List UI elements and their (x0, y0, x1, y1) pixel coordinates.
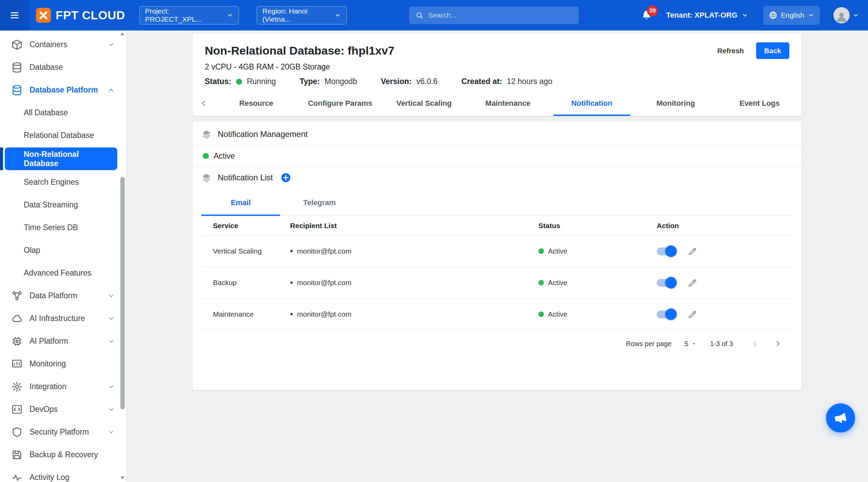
notification-table: Service Reciplent List Status Action Ver… (201, 216, 793, 357)
sidebar-item-olap[interactable]: Olap (0, 239, 119, 262)
edit-button[interactable] (686, 276, 699, 289)
rows-per-page-label: Rows per page (626, 340, 672, 348)
notification-toggle[interactable] (657, 310, 676, 318)
recipient-email: monitor@fpt.com (297, 279, 351, 287)
sidebar-scroll-up-arrow[interactable] (120, 32, 125, 36)
sidebar-scrollbar-thumb[interactable] (120, 177, 125, 409)
active-status-dot (538, 312, 544, 317)
tab-notification[interactable]: Notification (550, 91, 634, 116)
sidebar-item-database[interactable]: Database (0, 56, 119, 79)
tab-email[interactable]: Email (201, 190, 280, 216)
version-value: v6.0.6 (416, 77, 438, 86)
rows-per-page-select[interactable]: 5 (684, 340, 697, 348)
sidebar-item-label: AI Infrastructure (29, 314, 85, 323)
recipient-cell: • monitor@fpt.com (290, 310, 538, 318)
sidebar-item-ai-infrastructure[interactable]: AI Infrastructure (0, 307, 119, 330)
tab-vertical-scaling[interactable]: Vertical Scaling (382, 91, 466, 116)
tabs-scroll-left-button[interactable] (193, 91, 214, 116)
language-selector[interactable]: English (763, 6, 820, 25)
sidebar-item-non-relational-database[interactable]: Non-Relational Database (5, 147, 117, 170)
sidebar-item-label: AI Platform (29, 337, 68, 346)
data-platform-icon (11, 290, 23, 302)
tenant-selector[interactable]: Tenant: XPLAT-ORG (666, 11, 748, 20)
sidebar-item-containers[interactable]: Containers (0, 33, 119, 56)
sidebar-item-activity-log[interactable]: Activity Log (0, 466, 119, 482)
tab-resource[interactable]: Resource (214, 91, 298, 116)
tab-monitoring[interactable]: Monitoring (634, 91, 717, 116)
pagination-range: 1-3 of 3 (710, 340, 733, 348)
tab-event-logs[interactable]: Event Logs (718, 91, 802, 116)
sidebar-item-search-engines[interactable]: Search Engines (0, 171, 119, 194)
tab-maintenance[interactable]: Maintenance (466, 91, 550, 116)
security-platform-icon (11, 426, 23, 438)
edit-button[interactable] (686, 245, 699, 258)
sidebar-item-monitoring[interactable]: Monitoring (0, 353, 119, 375)
sidebar-item-all-database[interactable]: All Database (0, 101, 119, 124)
previous-page-button[interactable] (749, 338, 761, 349)
table-pagination: Rows per page 5 1-3 of 3 (210, 330, 784, 357)
sidebar-item-label: Relational Database (24, 131, 94, 140)
active-status-dot (538, 248, 544, 254)
version-label: Version: (381, 77, 412, 86)
notification-channel-tabs: Email Telegram (201, 190, 793, 216)
sidebar-item-relational-database[interactable]: Relational Database (0, 124, 119, 147)
notification-toggle[interactable] (657, 279, 676, 287)
hamburger-menu-button[interactable] (0, 0, 29, 31)
service-cell: Maintenance (201, 310, 290, 318)
region-selector-label: Region: Hanoi (Vietna... (262, 7, 329, 23)
recipient-cell: • monitor@fpt.com (290, 247, 538, 255)
sidebar-item-devops[interactable]: DevOps (0, 398, 119, 421)
status-text: Active (548, 247, 567, 255)
table-row: Maintenance • monitor@fpt.com Active (201, 299, 793, 330)
sidebar-item-backup-recovery[interactable]: Backup & Recovery (0, 443, 119, 466)
action-cell (657, 245, 793, 258)
sidebar-item-ai-platform[interactable]: AI Platform (0, 330, 119, 353)
notification-toggle[interactable] (657, 247, 676, 255)
column-header-status: Status (538, 222, 657, 230)
tab-configure-params[interactable]: Configure Params (298, 91, 382, 116)
region-selector[interactable]: Region: Hanoi (Vietna... (257, 6, 347, 24)
status-text: Active (548, 310, 567, 318)
sidebar-item-data-platform[interactable]: Data Platform (0, 284, 119, 307)
sidebar-scroll-down-arrow[interactable] (120, 476, 125, 480)
layers-icon (201, 129, 212, 139)
refresh-button[interactable]: Refresh (717, 47, 744, 55)
ai-infrastructure-icon (11, 313, 23, 324)
sidebar-item-label: Time Series DB (24, 223, 78, 232)
bullet-icon: • (290, 310, 293, 318)
column-header-service: Service (201, 222, 290, 230)
column-header-recipient-list: Reciplent List (290, 222, 538, 230)
bullet-icon: • (290, 279, 293, 287)
action-cell (657, 276, 793, 289)
avatar (833, 7, 850, 23)
sidebar-item-integration[interactable]: Integration (0, 375, 119, 398)
sidebar-item-data-streaming[interactable]: Data Streaming (0, 194, 119, 216)
search-icon (415, 11, 423, 19)
chevron-up-icon (108, 87, 115, 94)
add-notification-button[interactable] (280, 172, 291, 183)
sidebar-item-database-platform[interactable]: Database Platform (0, 79, 119, 101)
announcements-fab-button[interactable] (826, 403, 855, 433)
back-button[interactable]: Back (756, 42, 789, 59)
edit-button[interactable] (686, 308, 699, 321)
notification-global-status: Active (193, 145, 802, 166)
search-input[interactable] (428, 11, 573, 19)
containers-icon (11, 39, 23, 51)
next-page-button[interactable] (772, 338, 784, 349)
user-menu[interactable] (833, 7, 859, 23)
tab-telegram[interactable]: Telegram (280, 190, 359, 216)
chevron-down-icon (334, 12, 341, 19)
created-at-value: 12 hours ago (507, 77, 552, 86)
sidebar-item-label: Backup & Recovery (29, 450, 98, 459)
sidebar-item-time-series-db[interactable]: Time Series DB (0, 216, 119, 239)
project-selector[interactable]: Project: PROJECT_XPL... (139, 6, 239, 24)
notifications-button[interactable]: 39 (641, 9, 652, 21)
sidebar-item-label: Activity Log (29, 473, 70, 482)
fpt-logo-icon (36, 8, 51, 23)
active-status-text: Active (214, 152, 235, 161)
notification-list-header: Notification List (193, 167, 802, 188)
megaphone-icon (832, 409, 849, 427)
sidebar-item-label: Data Platform (29, 291, 77, 300)
sidebar-item-security-platform[interactable]: Security Platform (0, 421, 119, 443)
sidebar-item-advanced-features[interactable]: Advanced Features (0, 262, 119, 284)
